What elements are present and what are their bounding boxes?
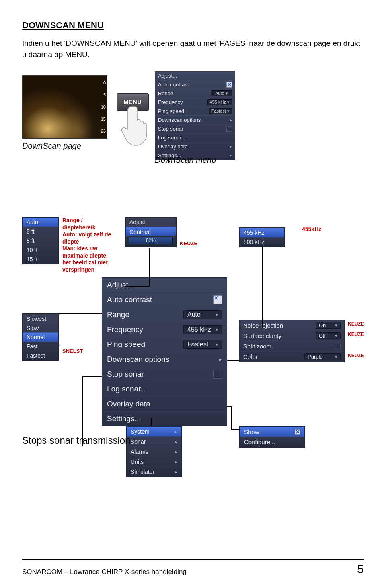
speed-option[interactable]: Fastest	[23, 351, 58, 360]
settings-option[interactable]: Sonar▸	[127, 436, 181, 447]
downscan-page-label: DownScan page	[22, 141, 81, 151]
connector-line	[151, 418, 152, 426]
range-option[interactable]: 8 ft	[23, 236, 58, 245]
connector-line	[231, 429, 239, 430]
range-option[interactable]: 10 ft	[23, 245, 58, 254]
menu-item-settings[interactable]: Settings...	[102, 411, 227, 426]
menu-item-frequency[interactable]: Frequency455 kHz▾	[102, 322, 227, 337]
freq-annotation: 455kHz	[302, 226, 321, 232]
range-option[interactable]: Auto	[23, 218, 58, 227]
downscan-big-menu: Adjust... Auto contrast RangeAuto▾ Frequ…	[102, 277, 227, 426]
menu-item-log-sonar[interactable]: Log sonar...	[102, 381, 227, 396]
connector-line	[82, 376, 102, 377]
menu-item-auto-contrast[interactable]: Auto contrast	[155, 80, 235, 89]
settings-option[interactable]: Units▸	[127, 457, 181, 467]
menu-item-adjust[interactable]: Adjust...	[155, 72, 235, 80]
speed-option[interactable]: Fast	[23, 342, 58, 351]
settings-option[interactable]: Simulator▸	[127, 467, 181, 477]
settings-option[interactable]: Alarms▸	[127, 447, 181, 457]
connector-line	[59, 313, 102, 314]
connector-line	[227, 360, 239, 361]
checkbox-icon[interactable]	[226, 82, 232, 88]
menu-item-downscan-options[interactable]: Downscan options▸	[155, 115, 235, 124]
range-option[interactable]: 5 ft	[23, 227, 58, 236]
range-popup: Auto 5 ft 8 ft 10 ft 15 ft	[22, 217, 59, 264]
checkbox-icon[interactable]	[295, 429, 300, 435]
intro-text: Indien u het 'DOWNSCAN MENU' wilt openen…	[22, 38, 364, 60]
checkbox-icon[interactable]	[335, 344, 341, 349]
connector-line	[125, 286, 149, 287]
connector-line	[231, 406, 232, 430]
settings-option[interactable]: System▸	[127, 427, 181, 436]
checkbox-icon[interactable]	[226, 126, 232, 132]
speed-option[interactable]: Slowest	[23, 314, 58, 323]
menu-item-overlay-data[interactable]: Overlay data	[102, 396, 227, 411]
opt-color[interactable]: ColorPurple▾	[240, 351, 344, 362]
keuze-label: KEUZE	[180, 240, 197, 246]
contrast-value[interactable]: 62%	[129, 237, 173, 244]
speed-option[interactable]: Normal	[23, 332, 58, 342]
configure-row[interactable]: Configure...	[240, 437, 304, 447]
connector-line	[227, 328, 263, 328]
hand-icon	[120, 103, 154, 148]
menu-item-log-sonar[interactable]: Log sonar...	[155, 133, 235, 142]
range-annotation: Range / dieptebereik Auto: volgt zelf de…	[62, 217, 117, 273]
menu-item-ping-speed[interactable]: Ping speedFastest ▾	[155, 107, 235, 115]
connector-line	[59, 346, 102, 346]
menu-item-range[interactable]: RangeAuto▾	[102, 307, 227, 322]
overlay-data-popup: Show Configure...	[239, 426, 305, 448]
opt-surface-clarity[interactable]: Surface clarityOff▾	[240, 330, 344, 341]
speed-option[interactable]: Slow	[23, 323, 58, 332]
keuze-label: KEUZE	[348, 353, 364, 359]
opt-noise-rejection[interactable]: Noise rejectionOn▾	[240, 320, 344, 330]
keuze-label: KEUZE	[348, 332, 364, 337]
range-option[interactable]: 15 ft	[23, 254, 58, 264]
checkbox-icon[interactable]	[213, 370, 222, 379]
downscan-options-popup: Noise rejectionOn▾ Surface clarityOff▾ S…	[239, 320, 345, 362]
adjust-title: Adjust	[126, 218, 176, 227]
menu-item-adjust[interactable]: Adjust...	[102, 278, 227, 292]
page-number: 5	[357, 562, 364, 576]
menu-item-auto-contrast[interactable]: Auto contrast	[102, 292, 227, 307]
footer-text: SONARCOM – Lowrance CHIRP X-series handl…	[22, 568, 187, 576]
page-footer: SONARCOM – Lowrance CHIRP X-series handl…	[22, 559, 364, 576]
keuze-label: KEUZE	[348, 321, 364, 327]
opt-split-zoom[interactable]: Split zoom	[240, 341, 344, 351]
depth-scale: 05101523	[101, 77, 106, 137]
menu-item-downscan-options[interactable]: Downscan options▸	[102, 352, 227, 367]
checkbox-icon[interactable]	[213, 295, 222, 304]
menu-item-frequency[interactable]: Frequency455 kHz ▾	[155, 98, 235, 107]
contrast-row[interactable]: Contrast	[126, 227, 176, 236]
downscan-preview: 05101523	[22, 75, 107, 139]
menu-item-stop-sonar[interactable]: Stop sonar	[102, 367, 227, 381]
connector-line	[262, 247, 263, 328]
stops-annotation: Stops sonar transmission	[22, 434, 130, 447]
adjust-popup: Adjust Contrast 62%	[125, 217, 177, 247]
connector-line	[227, 406, 232, 407]
freq-option[interactable]: 455 kHz	[240, 228, 284, 237]
menu-item-overlay-data[interactable]: Overlay data▸	[155, 142, 235, 151]
frequency-popup: 455 kHz 800 kHz	[239, 227, 285, 247]
snelst-annotation: SNELST	[62, 348, 83, 354]
settings-popup: System▸ Sonar▸ Alarms▸ Units▸ Simulator▸	[126, 426, 182, 477]
connector-line	[82, 376, 83, 446]
show-row[interactable]: Show	[240, 427, 304, 437]
downscan-menu-label: DownScan menu	[155, 156, 216, 165]
menu-item-ping-speed[interactable]: Ping speedFastest▾	[102, 337, 227, 352]
ping-speed-popup: Slowest Slow Normal Fast Fastest	[22, 313, 59, 361]
downscan-small-menu: Adjust... Auto contrast RangeAuto ▾ Freq…	[155, 71, 235, 160]
page-title: DOWNSCAN MENU	[22, 20, 364, 31]
menu-item-range[interactable]: RangeAuto ▾	[155, 89, 235, 98]
menu-item-stop-sonar[interactable]: Stop sonar	[155, 124, 235, 133]
connector-line	[149, 248, 150, 287]
freq-option[interactable]: 800 kHz	[240, 237, 284, 246]
